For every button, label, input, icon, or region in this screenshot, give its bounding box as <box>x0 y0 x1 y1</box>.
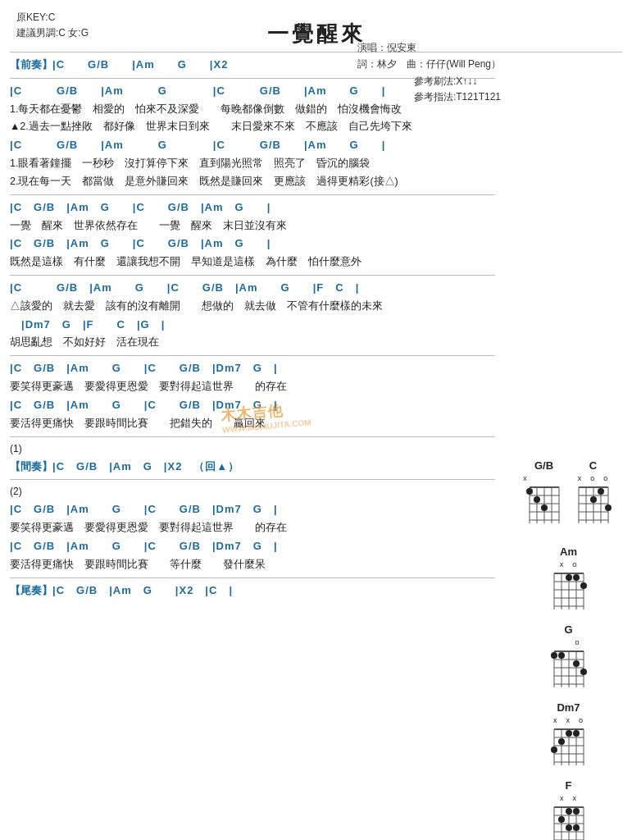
prelude-label: 【前奏】 <box>10 58 52 71</box>
chord-f: F x x <box>509 779 628 840</box>
performer-label: 演唱：倪安東 <box>357 39 501 56</box>
chord-f-grid <box>548 804 590 840</box>
svg-point-11 <box>534 496 540 503</box>
chord-c: C x o o <box>572 459 615 529</box>
svg-point-65 <box>558 738 565 745</box>
chord-am-grid <box>548 570 590 613</box>
svg-point-36 <box>566 574 572 581</box>
verse2-lyrics1: 要笑得更豪邁 要愛得更恩愛 要對得起這世界 的存在 <box>10 378 495 396</box>
suggested-key: 建議男調:C 女:G <box>16 25 89 41</box>
svg-point-80 <box>573 824 580 831</box>
divider3 <box>10 194 495 195</box>
section2: (2) |C G/B |Am G |C G/B |Dm7 G | 要笑得更豪邁 … <box>10 483 495 573</box>
chord-gb: G/B x <box>523 459 566 529</box>
svg-point-52 <box>580 669 587 675</box>
svg-point-63 <box>566 730 572 737</box>
original-key: 原KEY:C <box>16 10 89 25</box>
performer-info: 演唱：倪安東 詞：林夕 曲：仔仔(Will Peng） <box>357 39 501 73</box>
svg-point-64 <box>573 730 580 737</box>
section2-num-label: (2) <box>10 483 495 500</box>
svg-point-77 <box>566 808 572 815</box>
verse3-lyrics1: 要笑得更豪邁 要愛得更恩愛 要對得起這世界 的存在 <box>10 519 495 537</box>
chord-dm7-grid <box>548 726 590 769</box>
bridge-chords2: |Dm7 G |F C |G | <box>10 316 495 335</box>
interlude-bracket-label: 【間奏】 <box>10 460 52 472</box>
svg-point-51 <box>573 660 580 667</box>
chorus-chords1: |C G/B |Am G |C G/B |Am G | <box>10 199 495 217</box>
song-title: 一覺醒來 <box>10 20 622 48</box>
chorus-lyrics2a: 既然是這樣 有什麼 還讓我想不開 早知道是這樣 為什麼 怕什麼意外 <box>10 253 495 272</box>
svg-point-78 <box>573 808 580 815</box>
chord-diagrams: G/B x C x <box>509 459 628 840</box>
divider5 <box>10 355 495 356</box>
strum-pattern2: 參考指法:T121T121 <box>414 89 501 105</box>
divider1 <box>10 52 622 52</box>
key-info: 原KEY:C 建議男調:C 女:G <box>16 10 89 41</box>
bridge-lyrics1: △該愛的 就去愛 該有的沒有離開 想做的 就去做 不管有什麼樣的未來 <box>10 298 495 316</box>
chord-dm7: Dm7 x x o <box>509 701 628 771</box>
credits-label: 詞：林夕 曲：仔仔(Will Peng） <box>357 56 501 72</box>
strum-pattern1: 參考刷法:X↑↓↓ <box>414 74 501 89</box>
verse1-lyrics1b: ▲2.過去一點挫敗 都好像 世界末日到來 末日愛來不來 不應該 自己先垮下來 <box>10 118 495 136</box>
verse3-chords1: |C G/B |Am G |C G/B |Dm7 G | <box>10 500 495 519</box>
verse1-lyrics2b: 2.現在每一天 都當做 是意外賺回來 既然是賺回來 更應該 過得更精彩(接△) <box>10 173 495 191</box>
outro-section: 【尾奏】|C G/B |Am G |X2 |C | <box>10 582 495 600</box>
chord-g: G o <box>509 623 628 693</box>
svg-point-12 <box>541 504 548 511</box>
svg-point-37 <box>573 574 580 581</box>
bridge-lyrics2: 胡思亂想 不如好好 活在現在 <box>10 334 495 352</box>
chorus-lyrics1a: 一覺 醒來 世界依然存在 一覺 醒來 末日並沒有來 <box>10 217 495 235</box>
outro-chords: |C G/B |Am G |X2 |C | <box>52 584 233 596</box>
verse1-chords2: |C G/B |Am G |C G/B |Am G | <box>10 136 495 155</box>
chorus-section: |C G/B |Am G |C G/B |Am G | 一覺 醒來 世界依然存在… <box>10 199 495 272</box>
divider4 <box>10 275 495 276</box>
svg-point-81 <box>566 824 572 831</box>
svg-point-49 <box>551 652 557 659</box>
chord-c-grid <box>572 484 615 527</box>
main-content: 【前奏】|C G/B |Am G |X2 |C G/B |Am G |C G/B… <box>10 56 495 600</box>
strum-info: 參考刷法:X↑↓↓ 參考指法:T121T121 <box>414 74 501 105</box>
chord-am: Am x o <box>509 546 628 615</box>
prelude-chords: |C G/B |Am G |X2 <box>52 58 228 71</box>
svg-point-25 <box>605 504 612 511</box>
bridge-chords1: |C G/B |Am G |C G/B |Am G |F C | <box>10 279 495 298</box>
chord-g-grid <box>548 648 590 691</box>
outro-label: 【尾奏】 <box>10 584 52 596</box>
divider6 <box>10 436 495 437</box>
svg-point-10 <box>526 488 533 495</box>
svg-point-24 <box>590 496 597 503</box>
svg-point-38 <box>580 582 587 589</box>
divider7 <box>10 479 495 480</box>
chorus-chords2: |C G/B |Am G |C G/B |Am G | <box>10 235 495 253</box>
divider8 <box>10 578 495 578</box>
interlude-section: (1) 【間奏】|C G/B |Am G |X2 （回▲） <box>10 441 495 477</box>
verse3-chords2: |C G/B |Am G |C G/B |Dm7 G | <box>10 537 495 556</box>
song-title-area: 一覺醒來 <box>10 8 622 48</box>
interlude-num-label: (1) <box>10 441 495 458</box>
svg-point-66 <box>551 746 557 753</box>
verse3-lyrics2: 要活得更痛快 要跟時間比賽 等什麼 發什麼呆 <box>10 556 495 574</box>
svg-point-23 <box>598 488 604 495</box>
svg-point-79 <box>558 816 565 823</box>
bridge-section: |C G/B |Am G |C G/B |Am G |F C | △該愛的 就去… <box>10 279 495 352</box>
verse2-chords1: |C G/B |Am G |C G/B |Dm7 G | <box>10 359 495 378</box>
chord-gb-grid <box>523 484 566 527</box>
verse1-lyrics2a: 1.眼看著鐘擺 一秒秒 沒打算停下來 直到陽光照常 照亮了 昏沉的腦袋 <box>10 155 495 173</box>
interlude-chords: |C G/B |Am G |X2 （回▲） <box>52 460 239 472</box>
svg-point-50 <box>558 652 565 659</box>
